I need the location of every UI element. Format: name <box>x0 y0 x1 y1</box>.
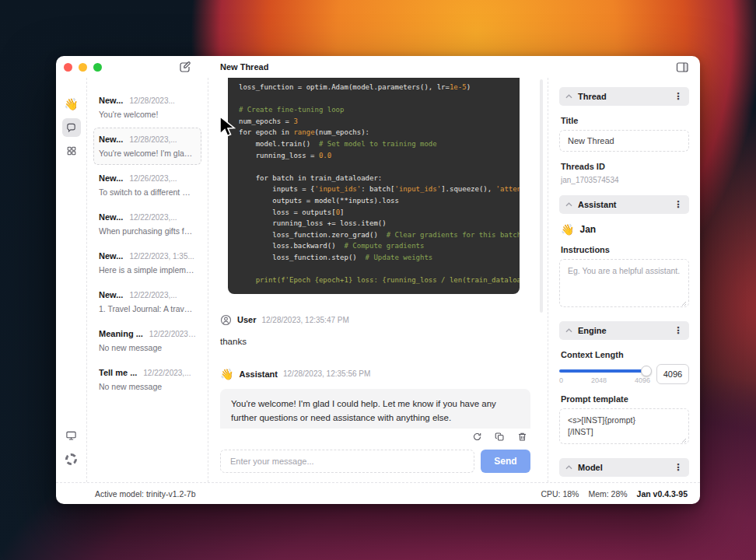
thread-list-item[interactable]: New... 12/28/2023... You're welcome! <box>93 89 201 126</box>
thread-list-item[interactable]: New... 12/22/2023,... When purchasing gi… <box>93 205 201 243</box>
code-line: for epoch in range(num_epochs): <box>239 127 509 138</box>
thread-list-item[interactable]: Tell me ... 12/22/2023,... No new messag… <box>93 361 201 398</box>
code-line <box>239 161 509 173</box>
chat-bubble-icon <box>65 122 77 134</box>
delete-message-button[interactable] <box>517 432 527 442</box>
send-button[interactable]: Send <box>481 450 530 473</box>
right-settings-panel: Thread ⋮ Title Threads ID jan_1703574534… <box>548 78 700 482</box>
zoom-window-button[interactable] <box>93 63 102 72</box>
code-line: num_epochs = 3 <box>239 116 509 128</box>
thread-list-item[interactable]: Meaning ... 12/22/2023,... No new messag… <box>93 322 201 359</box>
compose-icon <box>179 61 191 73</box>
thread-preview: No new message <box>99 343 196 352</box>
code-line: model.train() # Set model to training mo… <box>239 138 509 150</box>
assistant-name: Jan <box>579 224 596 235</box>
instructions-textarea[interactable] <box>559 259 689 307</box>
prompt-template-label: Prompt template <box>561 394 688 404</box>
thread-list-item[interactable]: New... 12/28/2023,... You're welcome! I'… <box>93 128 201 165</box>
code-line: inputs = {'input_ids': batch['input_ids'… <box>239 184 509 195</box>
thread-list-item[interactable]: New... 12/22/2023, 1:35... Here is a sim… <box>93 244 201 282</box>
thread-list-item[interactable]: New... 12/22/2023,... 1. Travel Journal:… <box>93 283 201 320</box>
window-content: 👋 <box>56 78 700 482</box>
left-icon-rail: 👋 <box>56 78 87 482</box>
slider-track[interactable] <box>559 369 650 373</box>
model-section-header[interactable]: Model ⋮ <box>559 458 689 477</box>
message-scroll-area[interactable]: loss_function = optim.Adam(model.paramet… <box>208 78 548 429</box>
copy-message-button[interactable] <box>495 432 505 442</box>
context-length-label: Context Length <box>561 350 688 359</box>
rail-system-monitor-button[interactable] <box>62 426 81 445</box>
toggle-right-panel-button[interactable] <box>676 61 689 73</box>
thread-item-top: Meaning ... 12/22/2023,... <box>99 329 196 338</box>
thread-title: Meaning ... <box>99 329 143 338</box>
thread-preview: No new message <box>99 382 196 391</box>
thread-date: 12/22/2023,... <box>149 330 196 338</box>
rail-hub-button[interactable] <box>62 142 81 160</box>
thread-title-input[interactable] <box>559 130 689 152</box>
thread-title: New... <box>99 212 123 222</box>
thread-date: 12/22/2023,... <box>143 369 191 377</box>
section-title: Model <box>578 463 668 472</box>
tick-min: 0 <box>559 376 563 384</box>
thread-preview: To switch to a different model,... <box>99 187 196 197</box>
context-length-slider[interactable]: 0 2048 4096 <box>559 364 650 384</box>
instructions-field-wrap <box>559 259 689 310</box>
context-length-value[interactable]: 4096 <box>656 364 689 384</box>
thread-title: New... <box>99 135 123 144</box>
thread-item-top: New... 12/22/2023,... <box>99 212 196 222</box>
tick-mid: 2048 <box>591 376 607 384</box>
message-input[interactable] <box>220 450 474 473</box>
message-timestamp: 12/28/2023, 12:35:56 PM <box>283 369 370 378</box>
close-window-button[interactable] <box>64 63 72 72</box>
desktop-wallpaper: New Thread 👋 <box>0 0 756 560</box>
copy-icon <box>495 432 505 442</box>
app-window: New Thread 👋 <box>56 56 700 504</box>
chat-bottom-area: Send <box>208 429 548 482</box>
thread-title: New... <box>99 173 123 183</box>
message-author: Assistant <box>239 369 278 379</box>
code-block[interactable]: loss_function = optim.Adam(model.paramet… <box>228 78 520 294</box>
kebab-menu-icon[interactable]: ⋮ <box>674 200 683 209</box>
thread-date: 12/22/2023,... <box>129 213 177 222</box>
rail-chat-button[interactable] <box>62 118 81 137</box>
thread-title-label: Title <box>561 116 688 125</box>
thread-list-item[interactable]: New... 12/26/2023,... To switch to a dif… <box>93 166 201 204</box>
thread-section-header[interactable]: Thread ⋮ <box>559 87 689 106</box>
kebab-menu-icon[interactable]: ⋮ <box>674 326 683 335</box>
assistant-section-header[interactable]: Assistant ⋮ <box>559 195 689 214</box>
memory-usage: Mem: 28% <box>588 489 627 499</box>
chat-column: loss_function = optim.Adam(model.paramet… <box>208 78 548 482</box>
thread-preview: You're welcome! <box>99 110 196 119</box>
user-message-text: thanks <box>220 335 530 348</box>
kebab-menu-icon[interactable]: ⋮ <box>674 92 683 101</box>
code-line: # Create fine-tuning loop <box>239 104 509 116</box>
thread-title: Tell me ... <box>99 368 137 377</box>
wave-emoji-icon: 👋 <box>64 99 79 110</box>
code-line <box>239 93 509 105</box>
cpu-usage: CPU: 18% <box>541 489 579 499</box>
code-line: outputs = model(**inputs).loss <box>239 195 509 207</box>
chat-scrollbar[interactable] <box>540 79 543 313</box>
regenerate-button[interactable] <box>472 432 482 442</box>
minimize-window-button[interactable] <box>79 63 87 72</box>
engine-section-header[interactable]: Engine ⋮ <box>559 321 689 340</box>
prompt-template-textarea[interactable]: <s>[INST]{prompt} [/INST] <box>559 408 689 444</box>
titlebar-left-zone <box>56 61 208 73</box>
rail-settings-button[interactable] <box>62 450 81 468</box>
new-thread-compose-button[interactable] <box>179 61 191 73</box>
active-model-status: Active model: trinity-v1.2-7b <box>95 489 196 499</box>
thread-date: 12/28/2023,... <box>129 135 177 144</box>
code-line: running_loss += loss.item() <box>239 218 509 229</box>
kebab-menu-icon[interactable]: ⋮ <box>674 463 683 472</box>
thread-title: New... <box>99 96 123 105</box>
thread-list: New... 12/28/2023... You're welcome! New… <box>87 78 208 482</box>
slider-knob[interactable] <box>641 366 652 376</box>
regenerate-icon <box>472 432 482 442</box>
section-title: Engine <box>578 326 668 335</box>
rail-home-button[interactable]: 👋 <box>62 95 81 114</box>
thread-preview: You're welcome! I'm glad I cou... <box>99 149 196 158</box>
threads-id-value: jan_1703574534 <box>561 176 688 184</box>
assistant-avatar-icon: 👋 <box>220 369 233 380</box>
trash-icon <box>517 432 527 442</box>
monitor-icon <box>65 430 77 441</box>
